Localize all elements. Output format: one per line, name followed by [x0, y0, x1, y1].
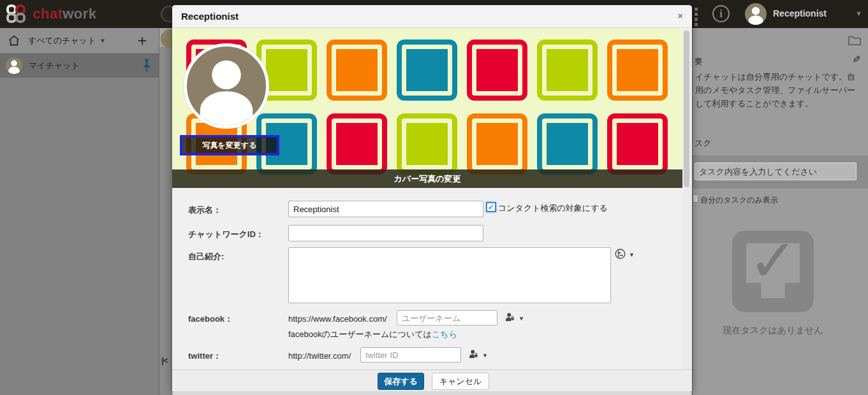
no-tasks-icon: ✓ [732, 231, 814, 312]
cover-tile-teal [397, 40, 457, 101]
mychat-avatar [6, 57, 22, 74]
contact-search-checkbox[interactable]: ✓ [486, 202, 496, 212]
twitter-url-prefix: http://twitter.com/ [288, 351, 351, 361]
contact-search-label: コンタクト検索の対象にする [498, 203, 608, 214]
twitter-id-input[interactable] [360, 347, 461, 363]
cancel-button[interactable]: キャンセル [432, 373, 489, 390]
bio-textarea[interactable] [288, 247, 611, 303]
overview-section-label: 要 [695, 56, 703, 68]
cover-tile-green [537, 40, 598, 101]
description-line: して利用することができます。 [695, 97, 864, 110]
change-photo-button[interactable]: 写真を変更する [180, 135, 279, 155]
profile-avatar[interactable] [745, 3, 767, 25]
my-tasks-only-label: 自分のタスクのみ表示 [700, 195, 778, 206]
bio-language-caret-icon[interactable]: ▼ [629, 252, 635, 258]
info-icon[interactable]: i [712, 5, 730, 22]
chatwork-logo[interactable]: chatwork [6, 4, 97, 24]
cover-tile-teal [537, 113, 598, 175]
task-section-label: スク [695, 138, 712, 149]
logo-wordmark: chatwork [33, 6, 97, 22]
my-tasks-checkbox[interactable] [693, 194, 698, 203]
facebook-help-label: facebookのユーザーネームについては [288, 329, 432, 339]
facebook-label: facebook： [188, 313, 233, 325]
chat-detail-panel: 要 ✎ イチャットは自分専用のチャットです。自 用のメモやタスク管理、ファイルサ… [692, 28, 868, 395]
facebook-help-text: facebookのユーザーネームについてはこちら [288, 329, 457, 340]
files-folder-icon[interactable] [848, 34, 862, 46]
mychat-label: マイチャット [29, 60, 80, 71]
modal-scrollbar-thumb[interactable] [684, 31, 689, 187]
modal-header[interactable]: Receptionist × [172, 5, 692, 28]
cover-tile-orange [607, 40, 668, 101]
chatwork-logo-icon [6, 4, 28, 24]
globe-icon[interactable] [615, 248, 626, 259]
cover-tile-orange [467, 113, 527, 175]
modal-scrollbar[interactable] [682, 29, 691, 390]
more-menu-icon[interactable] [695, 8, 698, 26]
mychat-description: イチャットは自分専用のチャットです。自 用のメモやタスク管理、ファイルサーバー … [695, 70, 864, 110]
facebook-help-link[interactable]: こちら [432, 329, 457, 339]
twitter-label: twitter： [188, 350, 221, 362]
cover-tile-red [607, 113, 668, 175]
save-button[interactable]: 保存する [378, 373, 424, 390]
chatwork-id-input[interactable] [288, 225, 483, 241]
edit-description-icon[interactable]: ✎ [852, 54, 860, 66]
modal-title: Receptionist [181, 11, 239, 22]
chat-filter-dropdown[interactable]: すべてのチャット ▼ [28, 35, 105, 47]
cover-tile-red [327, 113, 387, 175]
twitter-privacy-caret-icon[interactable]: ▼ [482, 352, 488, 359]
profile-photo-avatar[interactable] [184, 43, 269, 129]
twitter-privacy-person-icon[interactable] [467, 348, 479, 360]
chat-filter-label: すべてのチャット [28, 35, 96, 47]
collapse-sidebar-icon[interactable]: |< [161, 356, 167, 365]
chatwork-id-label: チャットワークID： [188, 229, 264, 240]
app-root: chatwork i Receptionist ▼ すべてのチャット ▼ ＋ [0, 0, 868, 395]
chat-list-item-mychat[interactable]: マイチャット [0, 54, 159, 78]
profile-name[interactable]: Receptionist [773, 8, 827, 18]
no-tasks-message: 現在タスクはありません [693, 325, 853, 336]
add-chat-button[interactable]: ＋ [135, 31, 150, 49]
description-line: イチャットは自分専用のチャットです。自 [695, 70, 864, 83]
cover-tile-orange [327, 40, 387, 101]
modal-footer: 保存する キャンセル [172, 370, 692, 391]
home-icon[interactable] [8, 34, 20, 47]
facebook-privacy-person-icon[interactable] [504, 312, 515, 323]
profile-caret-icon[interactable]: ▼ [855, 10, 862, 17]
page-bottom-band [173, 391, 691, 395]
cover-tile-red [467, 40, 527, 101]
facebook-url-prefix: https://www.facebook.com/ [288, 314, 387, 324]
chat-filter-caret-icon: ▼ [99, 38, 105, 44]
cover-tile-green [397, 113, 457, 175]
facebook-username-input[interactable] [397, 310, 497, 326]
description-line: 用のメモやタスク管理、ファイルサーバー [695, 83, 864, 97]
close-icon[interactable]: × [677, 10, 683, 21]
chat-list-sidebar: すべてのチャット ▼ ＋ マイチャット [0, 28, 159, 395]
task-input[interactable] [695, 162, 857, 180]
facebook-privacy-caret-icon[interactable]: ▼ [519, 315, 524, 322]
change-cover-button[interactable]: カバー写真の変更 [172, 169, 682, 188]
bio-label: 自己紹介: [188, 251, 224, 262]
chat-filter-toolbar: すべてのチャット ▼ ＋ [0, 28, 159, 54]
display-name-label: 表示名： [188, 205, 221, 216]
cover-photo-area[interactable]: カバー写真の変更 写真を変更する [172, 28, 682, 188]
display-name-input[interactable] [288, 201, 483, 217]
profile-edit-modal: Receptionist × カバー写真の変更 写真を変更する 表示名： ✓ コ… [172, 5, 692, 391]
pin-icon[interactable] [142, 59, 151, 73]
